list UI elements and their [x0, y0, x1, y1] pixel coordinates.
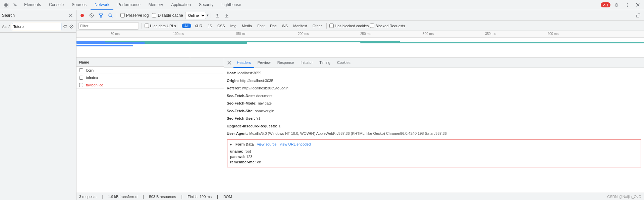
row-checkbox-favicon[interactable] [79, 83, 83, 87]
svg-line-12 [91, 14, 93, 16]
network-list: Name login toIndex favicon.ico [76, 58, 224, 200]
clear-button[interactable] [87, 11, 96, 20]
tab-lighthouse[interactable]: Lighthouse [217, 0, 245, 10]
network-row-favicon[interactable]: favicon.ico [76, 81, 224, 89]
detail-close-btn[interactable] [225, 59, 233, 67]
filter-all-btn[interactable]: All [182, 24, 191, 28]
search-icon[interactable] [106, 11, 115, 20]
disable-cache-label[interactable]: Disable cache [151, 13, 184, 18]
inspect-icon[interactable] [11, 0, 20, 10]
search-refresh-icon[interactable] [63, 23, 68, 30]
filter-media-btn[interactable]: Media [240, 23, 254, 29]
header-row-referer: Referer: http://localhost:3035/toLogin [227, 84, 641, 92]
filter-font-btn[interactable]: Font [255, 23, 267, 29]
download-icon[interactable] [222, 11, 231, 20]
row-checkbox-login[interactable] [79, 68, 83, 72]
filter-img-btn[interactable]: Img [228, 23, 238, 29]
filter-manifest-btn[interactable]: Manifest [291, 23, 309, 29]
tab-timing[interactable]: Timing [316, 58, 334, 68]
tab-initiator[interactable]: Initiator [297, 58, 316, 68]
status-requests: 3 requests [79, 195, 96, 199]
view-url-encoded-link[interactable]: view URL encoded [280, 142, 311, 146]
form-field-passwd: passwd: 123 [230, 154, 638, 159]
settings-icon[interactable] [612, 0, 621, 10]
error-badge[interactable]: ✕1 [601, 2, 610, 7]
blocked-requests-label[interactable]: Blocked Requests [370, 24, 405, 28]
preserve-log-checkbox[interactable] [120, 13, 125, 17]
form-data-title: Form Data [235, 142, 254, 146]
search-close-icon[interactable] [67, 12, 74, 19]
filter-other-btn[interactable]: Other [311, 23, 324, 29]
status-separator-1: | [102, 195, 103, 199]
tab-elements[interactable]: Elements [20, 0, 45, 10]
hide-data-urls-label[interactable]: Hide data URLs [145, 24, 176, 28]
tab-memory[interactable]: Memory [145, 0, 167, 10]
header-row-sec-fetch-user: Sec-Fetch-User: ?1 [227, 115, 641, 122]
filter-ws-btn[interactable]: WS [280, 23, 290, 29]
tab-performance[interactable]: Performance [113, 0, 145, 10]
devtools-icon[interactable] [1, 0, 11, 10]
filter-js-btn[interactable]: JS [206, 23, 214, 29]
preserve-log-label[interactable]: Preserve log [119, 13, 150, 18]
network-list-body: login toIndex favicon.ico [76, 67, 224, 89]
has-blocked-cookies-label[interactable]: Has blocked cookies [329, 24, 369, 28]
devtools-tab-bar: Elements Console Sources Network Perform… [0, 0, 644, 10]
ruler-mark-350ms: 350 ms [485, 32, 496, 36]
tab-sources[interactable]: Sources [68, 0, 91, 10]
tab-response[interactable]: Response [274, 58, 298, 68]
throttling-select[interactable]: Online [185, 12, 206, 19]
header-row-user-agent: User-Agent: Mozilla/5.0 (Windows NT 10.0… [227, 130, 641, 137]
row-checkbox-toindex[interactable] [79, 76, 83, 80]
header-row-sec-fetch-dest: Sec-Fetch-Dest: document [227, 92, 641, 100]
filter-doc-btn[interactable]: Doc [268, 23, 279, 29]
tab-application[interactable]: Application [167, 0, 195, 10]
ruler-mark-100ms: 100 ms [173, 32, 184, 36]
detail-content: Host: localhost:3059 Origin: http://loca… [224, 68, 644, 200]
form-data-header: ▸ Form Data view source view URL encoded [230, 142, 638, 147]
view-source-link[interactable]: view source [257, 142, 276, 146]
filter-xhr-btn[interactable]: XHR [193, 23, 204, 29]
toolbar-sep-2 [211, 13, 211, 18]
upload-icon[interactable] [213, 11, 222, 20]
form-data-section: ▸ Form Data view source view URL encoded… [227, 139, 641, 167]
detail-panel: Headers Preview Response Initiator Timin… [224, 58, 644, 200]
tab-network[interactable]: Network [91, 0, 113, 10]
filter-icon[interactable] [97, 11, 105, 20]
more-options-icon[interactable] [623, 0, 632, 10]
network-row-login[interactable]: login [76, 67, 224, 74]
search-label: Search [2, 13, 66, 18]
tab-headers[interactable]: Headers [233, 58, 254, 68]
svg-point-10 [80, 14, 84, 17]
filter-row: Hide data URLs All XHR JS CSS Img Media … [76, 21, 644, 31]
form-field-remember-me: remember-me: on [230, 159, 638, 165]
tab-preview[interactable]: Preview [254, 58, 274, 68]
blocked-requests-checkbox[interactable] [370, 24, 374, 28]
filter-sep [142, 23, 142, 29]
filter-input[interactable] [78, 22, 139, 30]
detail-tabs-bar: Headers Preview Response Initiator Timin… [224, 58, 644, 68]
svg-point-14 [109, 14, 111, 16]
record-button[interactable] [78, 11, 87, 20]
status-separator-3: | [181, 195, 182, 199]
filter-css-btn[interactable]: CSS [215, 23, 227, 29]
search-panel-header: Search [0, 10, 76, 21]
network-row-toindex[interactable]: toIndex [76, 74, 224, 81]
form-field-uname: uname: root [230, 149, 638, 154]
has-blocked-cookies-checkbox[interactable] [329, 24, 334, 28]
timeline-area: 50 ms 100 ms 150 ms 200 ms 250 ms 300 ms… [76, 31, 644, 58]
filter-sep3 [326, 23, 327, 29]
disable-cache-checkbox[interactable] [152, 13, 156, 17]
timeline-marker-line [190, 38, 190, 58]
hide-data-urls-checkbox[interactable] [145, 24, 149, 28]
status-resources: 503 B resources [149, 195, 176, 199]
search-input[interactable] [12, 23, 61, 30]
expand-icon[interactable] [634, 11, 643, 20]
tab-console[interactable]: Console [45, 0, 68, 10]
svg-rect-0 [4, 3, 6, 5]
svg-point-5 [627, 3, 628, 4]
search-input-row: Aa .* [0, 21, 76, 33]
search-block-icon[interactable] [69, 23, 74, 30]
close-devtools-icon[interactable] [633, 0, 643, 10]
tab-cookies[interactable]: Cookies [334, 58, 354, 68]
tab-security[interactable]: Security [195, 0, 217, 10]
